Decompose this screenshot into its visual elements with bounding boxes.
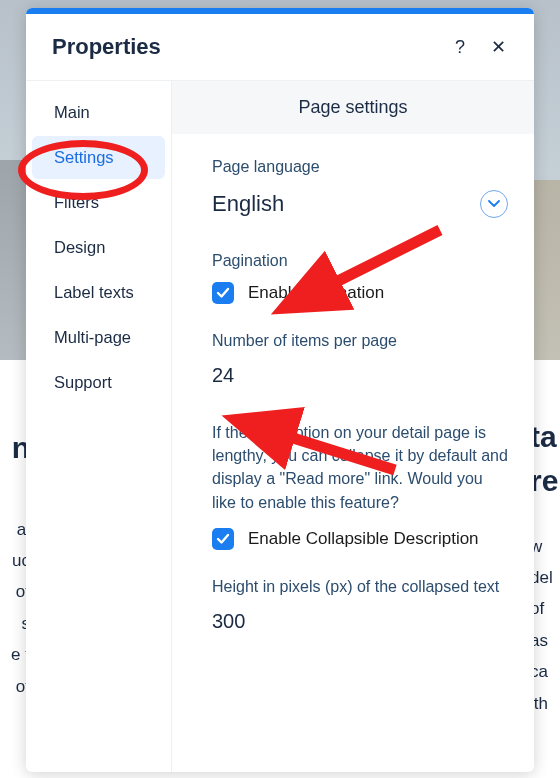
- collapsed-height-input[interactable]: 300: [212, 610, 508, 633]
- items-per-page-label: Number of items per page: [212, 332, 508, 350]
- properties-modal: Properties ? ✕ Main Settings Filters Des…: [26, 8, 534, 772]
- sidebar-item-label: Main: [54, 103, 90, 121]
- items-per-page-input[interactable]: 24: [212, 364, 508, 387]
- page-language-value: English: [212, 191, 284, 217]
- enable-collapsible-label: Enable Collapsible Description: [248, 529, 479, 549]
- modal-header: Properties ? ✕: [26, 14, 534, 81]
- modal-header-actions: ? ✕: [453, 36, 508, 58]
- modal-title: Properties: [52, 34, 161, 60]
- enable-collapsible-checkbox[interactable]: [212, 528, 234, 550]
- enable-pagination-checkbox[interactable]: [212, 282, 234, 304]
- sidebar-item-label: Label texts: [54, 283, 134, 301]
- sidebar-item-label-texts[interactable]: Label texts: [32, 271, 165, 314]
- sidebar-item-main[interactable]: Main: [32, 91, 165, 134]
- sidebar-item-label: Multi-page: [54, 328, 131, 346]
- annotation-ellipse-settings: [18, 140, 148, 200]
- enable-collapsible-row: Enable Collapsible Description: [212, 528, 508, 550]
- chevron-down-icon: [480, 190, 508, 218]
- close-icon[interactable]: ✕: [489, 36, 508, 58]
- sidebar-item-label: Support: [54, 373, 112, 391]
- collapsible-description-text: If the description on your detail page i…: [212, 421, 508, 514]
- enable-pagination-label: Enable pagination: [248, 283, 384, 303]
- page-language-select[interactable]: English: [212, 190, 508, 218]
- collapsed-height-label: Height in pixels (px) of the collapsed t…: [212, 578, 508, 596]
- sidebar-item-support[interactable]: Support: [32, 361, 165, 404]
- content-pane: Page settings Page language English Pagi…: [172, 81, 534, 772]
- sidebar-item-design[interactable]: Design: [32, 226, 165, 269]
- page-language-label: Page language: [212, 158, 508, 176]
- content-inner: Page language English Pagination Enable …: [172, 134, 534, 643]
- content-panel-title: Page settings: [172, 81, 534, 134]
- enable-pagination-row: Enable pagination: [212, 282, 508, 304]
- sidebar-item-multi-page[interactable]: Multi-page: [32, 316, 165, 359]
- sidebar-item-label: Design: [54, 238, 105, 256]
- bg-right-fragments: ta re w del of as ca ith: [530, 420, 560, 719]
- help-icon[interactable]: ?: [453, 36, 467, 58]
- pagination-section-label: Pagination: [212, 252, 508, 270]
